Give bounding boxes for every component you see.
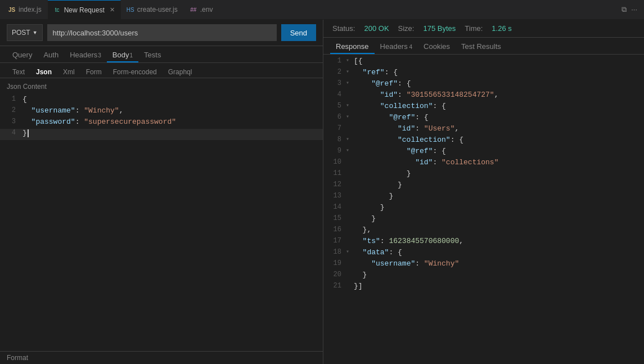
tab-label-create-user-js: create-user.js [137,6,178,14]
url-input[interactable] [47,24,277,41]
tab-bar-actions: ⧉ ··· [622,5,642,14]
subtab-json[interactable]: Json [30,66,57,78]
response-code[interactable]: 1 ▾ [{ 2 ▾ "ref": { 3 ▾ "@ref": { 4 "id"… [323,55,644,364]
subtab-text[interactable]: Text [7,66,30,78]
resp-line-14: 14 } [323,203,644,214]
hs-icon: HS [127,6,134,14]
resp-line-9: 9 ▾ "@ref": { [323,147,644,158]
fold-icon-3[interactable]: ▾ [346,79,354,91]
body-line-2: 2 "username": "Winchy", [0,106,323,118]
resp-line-6: 6 ▾ "@ref": { [323,113,644,124]
resp-tab-test-results[interactable]: Test Results [456,40,507,54]
resp-tab-headers[interactable]: Headers 4 [375,40,418,54]
response-tabs: Response Headers 4 Cookies Test Results [323,38,644,55]
body-line-1: 1 { [0,95,323,106]
fold-icon-5[interactable]: ▾ [346,102,354,113]
resp-line-3: 3 ▾ "@ref": { [323,79,644,91]
format-bar: Format [0,351,323,364]
main-layout: POST ▼ Send Query Auth Headers3 Body1 Te… [0,20,644,364]
resp-line-7: 7 "id": "Users", [323,124,644,136]
resp-line-4: 4 "id": "301556533148254727", [323,91,644,102]
tab-query[interactable]: Query [7,48,38,62]
tab-tests[interactable]: Tests [138,48,166,62]
resp-line-18: 18 ▾ "data": { [323,248,644,259]
resp-line-19: 19 "username": "Winchy" [323,259,644,271]
resp-tab-response[interactable]: Response [330,40,375,54]
resp-line-1: 1 ▾ [{ [323,57,644,68]
fold-icon-9[interactable]: ▾ [346,147,354,158]
body-subtabs: Text Json Xml Form Form-encoded Graphql [0,63,323,78]
resp-line-16: 16 }, [323,226,644,237]
tab-label-env: .env [200,6,213,14]
tab-close-new-request[interactable]: ✕ [110,6,115,14]
tab-new-request[interactable]: tc New Request ✕ [48,0,121,20]
body-code-editor[interactable]: 1 { 2 "username": "Winchy", 3 "password"… [0,93,323,351]
send-button[interactable]: Send [281,24,316,41]
fold-icon-1[interactable]: ▾ [346,57,354,68]
resp-line-11: 11 } [323,169,644,181]
tab-index-js[interactable]: JS index.js [2,0,48,20]
resp-line-2: 2 ▾ "ref": { [323,68,644,79]
fold-icon-2[interactable]: ▾ [346,68,354,79]
fold-icon-6[interactable]: ▾ [346,113,354,124]
resp-line-8: 8 ▾ "collection": { [323,136,644,147]
tab-headers[interactable]: Headers3 [64,48,107,62]
tc-icon: tc [53,6,61,14]
time-value: 1.26 s [492,24,511,33]
fold-icon-8[interactable]: ▾ [346,136,354,147]
tab-label-index-js: index.js [19,6,42,14]
format-button[interactable]: Format [7,354,28,362]
body-line-4: 4 } [0,129,323,140]
subtab-xml[interactable]: Xml [57,66,80,78]
method-chevron-icon: ▼ [33,30,38,35]
subtab-form-encoded[interactable]: Form-encoded [107,66,163,78]
left-panel: POST ▼ Send Query Auth Headers3 Body1 Te… [0,20,323,364]
resp-line-13: 13 } [323,192,644,203]
subtab-graphql[interactable]: Graphql [163,66,198,78]
status-value: 200 OK [364,24,389,33]
resp-line-17: 17 "ts": 1623845570680000, [323,237,644,248]
resp-tab-cookies[interactable]: Cookies [418,40,456,54]
resp-line-5: 5 ▾ "collection": { [323,102,644,113]
js-icon: JS [8,6,16,14]
tab-label-new-request: New Request [64,6,105,14]
resp-line-20: 20 } [323,271,644,282]
size-label: Size: [398,24,415,33]
resp-line-12: 12 } [323,181,644,192]
tab-create-user-js[interactable]: HS create-user.js [121,0,184,20]
status-bar: Status: 200 OK Size: 175 Bytes Time: 1.2… [323,20,644,38]
method-value: POST [12,29,30,37]
tab-bar: JS index.js tc New Request ✕ HS create-u… [0,0,644,20]
method-select[interactable]: POST ▼ [7,24,43,41]
url-bar: POST ▼ Send [0,20,323,46]
tab-env[interactable]: ## .env [184,0,219,20]
env-icon: ## [190,6,197,14]
json-content-label: Json Content [0,78,323,93]
request-tabs: Query Auth Headers3 Body1 Tests [0,46,323,63]
split-editor-icon[interactable]: ⧉ [622,5,627,14]
resp-line-10: 10 "id": "collections" [323,158,644,169]
size-value: 175 Bytes [423,24,456,33]
status-label: Status: [332,24,355,33]
body-line-3: 3 "password": "supersecurepassword" [0,118,323,129]
tab-body[interactable]: Body1 [107,48,138,62]
subtab-form[interactable]: Form [80,66,107,78]
more-tabs-icon[interactable]: ··· [631,5,637,14]
right-panel: Status: 200 OK Size: 175 Bytes Time: 1.2… [323,20,644,364]
fold-icon-18[interactable]: ▾ [346,248,354,259]
resp-line-21: 21 }] [323,282,644,293]
time-label: Time: [465,24,483,33]
tab-auth[interactable]: Auth [38,48,64,62]
resp-line-15: 15 } [323,214,644,226]
